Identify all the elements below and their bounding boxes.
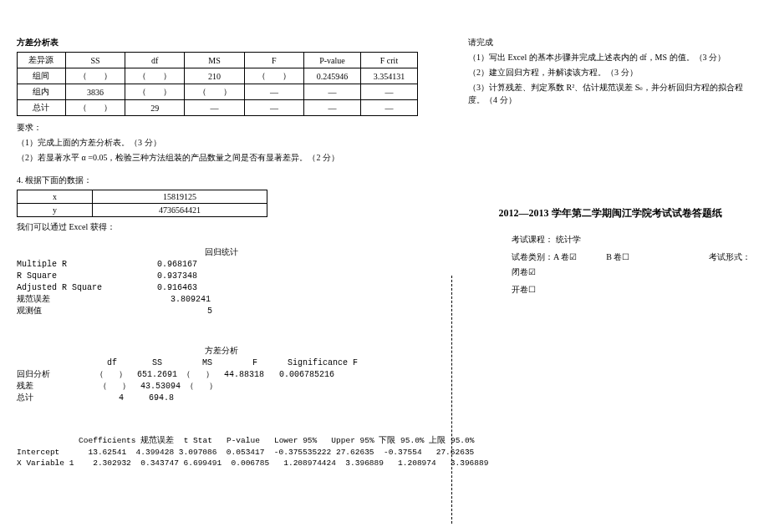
anova-cell: （ ） — [125, 68, 185, 84]
left-column: 方差分析表 差异源 SS df MS F P-value F crit 组间 （… — [17, 33, 443, 524]
anova-cell: — — [304, 100, 361, 116]
anova-h: F — [244, 53, 303, 68]
anova-cell: 3836 — [65, 84, 125, 100]
anova2-row: 回归分析 （ ） 651.2691 （ ） 44.88318 0.0067852… — [17, 370, 334, 379]
anova2-row: 总计 4 694.8 — [17, 393, 174, 403]
anova-cell: — — [360, 100, 417, 116]
xy-row: x 15819125 — [18, 190, 267, 204]
anova-title: 方差分析表 — [17, 37, 426, 48]
anova-header-row: 差异源 SS df MS F P-value F crit — [18, 53, 418, 68]
coef-row: Intercept 13.62541 4.399428 3.097086 0.0… — [17, 448, 474, 457]
anova-cell: — — [360, 84, 417, 100]
anova-cell: （ ） — [125, 84, 185, 100]
reg-stat-row: 观测值 5 — [17, 307, 212, 316]
anova-cell: （ ） — [65, 68, 125, 84]
anova-h: SS — [65, 53, 125, 68]
task-label: 请完成 — [468, 36, 752, 48]
anova-cell: 组间 — [18, 68, 66, 84]
type-b: B 卷☐ — [606, 252, 629, 261]
xy-cell: 15819125 — [93, 190, 267, 204]
anova-h: df — [125, 53, 185, 68]
anova-cell: 0.245946 — [304, 68, 361, 84]
anova-cell: （ ） — [65, 100, 125, 116]
anova-h: 差异源 — [18, 53, 66, 68]
coef-row: X Variable 1 2.302932 0.343747 6.699491 … — [17, 459, 488, 468]
anova2-cols: df SS MS F Significance F — [17, 358, 358, 367]
anova2-row: 残差 （ ） 43.53094 （ ） — [17, 382, 217, 391]
anova-cell: — — [244, 84, 303, 100]
coef-header: Coefficients 规范误差 t Stat P-value Lower 9… — [17, 436, 474, 445]
anova-cell: — — [304, 84, 361, 100]
type-a: 试卷类别：A 卷☑ — [512, 252, 577, 261]
xy-cell: x — [18, 190, 93, 204]
excel-note: 我们可以通过 Excel 获得： — [17, 220, 426, 233]
anova-row: 总计 （ ） 29 — — — — — [18, 100, 418, 116]
xy-row: y 4736564421 — [18, 204, 267, 217]
xy-table: x 15819125 y 4736564421 — [17, 190, 267, 217]
anova-cell: 29 — [125, 100, 185, 116]
xy-cell: y — [18, 204, 93, 217]
task-3: （3）计算残差、判定系数 R²、估计规范误差 Sₑ，并分析回归方程的拟合程度。（… — [468, 81, 752, 106]
reg-stat-row: 规范误差 3.809241 — [17, 295, 211, 304]
anova-h: P-value — [304, 53, 361, 68]
xy-cell: 4736564421 — [93, 204, 267, 217]
vertical-divider — [451, 276, 452, 524]
open-line: 开卷☐ — [512, 282, 752, 297]
anova-row: 组内 3836 （ ） （ ） — — — — [18, 84, 418, 100]
right-column: 请完成 （1）写出 Excel 的基本步骤并完成上述表内的 df，MS 的值。（… — [443, 33, 752, 524]
anova-cell: 3.354131 — [360, 68, 417, 84]
anova-h: MS — [185, 53, 244, 68]
q4-label: 4. 根据下面的数据： — [17, 174, 426, 186]
requirement-2: （2）若显著水平 α =0.05，检验三种方法组装的产品数量之间是否有显著差异。… — [17, 151, 426, 164]
task-1: （1）写出 Excel 的基本步骤并完成上述表内的 df，MS 的值。（3 分） — [468, 51, 752, 63]
anova-cell: 总计 — [18, 100, 66, 116]
anova-row: 组间 （ ） （ ） 210 （ ） 0.245946 3.354131 — [18, 68, 418, 84]
requirements-label: 要求： — [17, 121, 426, 134]
requirement-1: （1）完成上面的方差分析表。（3 分） — [17, 136, 426, 149]
reg-stat-row: Multiple R 0.968167 — [17, 260, 197, 269]
anova-cell: （ ） — [185, 84, 244, 100]
anova-cell: — — [244, 100, 303, 116]
anova-cell: （ ） — [244, 68, 303, 84]
anova2-header: 方差分析 — [17, 346, 426, 357]
reg-stat-row: Adjusted R Square 0.916463 — [17, 283, 197, 292]
type-line: 试卷类别：A 卷☑ B 卷☐ 考试形式：闭卷☑ — [512, 250, 752, 280]
reg-stat-row: R Square 0.937348 — [17, 271, 197, 281]
task-2: （2）建立回归方程，并解读该方程。（3 分） — [468, 66, 752, 79]
anova-cell: 210 — [185, 68, 244, 84]
anova-cell: 组内 — [18, 84, 66, 100]
anova-h: F crit — [360, 53, 417, 68]
course-line: 考试课程： 统计学 — [512, 232, 752, 247]
reg-stats-header: 回归统计 — [17, 247, 426, 259]
anova-table: 差异源 SS df MS F P-value F crit 组间 （ ） （ ）… — [17, 52, 418, 116]
anova-cell: — — [185, 100, 244, 116]
page-title: 2012—2013 学年第二学期闽江学院考试试卷答题纸 — [468, 206, 752, 220]
